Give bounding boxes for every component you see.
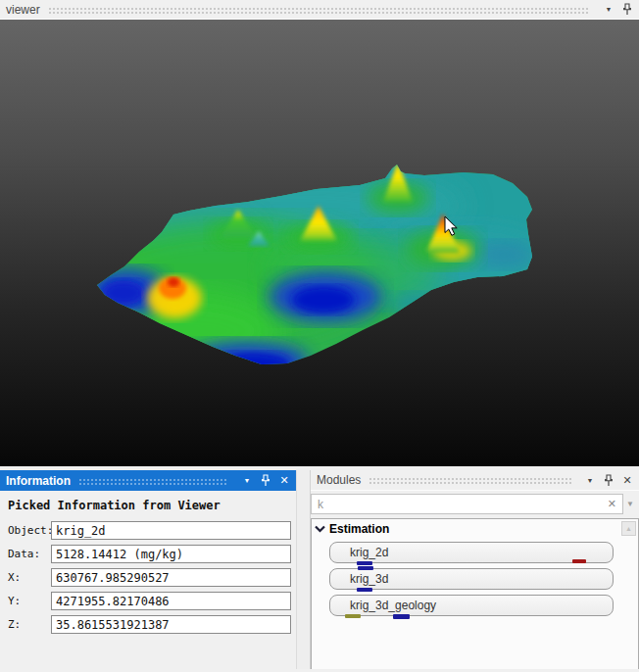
viewer-menu-dropdown-icon[interactable]: ▼	[601, 2, 616, 18]
z-row: Z:	[8, 615, 291, 634]
x-row: X:	[8, 568, 291, 587]
estimation-group-header[interactable]: Estimation	[312, 519, 638, 539]
kriging-surface-3d	[0, 20, 639, 466]
information-titlebar[interactable]: Information ▼ ✕	[0, 470, 296, 491]
x-label: X:	[8, 571, 51, 584]
modules-menu-dropdown-icon[interactable]: ▼	[582, 472, 598, 488]
status-mark-blue	[358, 566, 373, 570]
viewer-titlebar[interactable]: viewer ▼	[0, 0, 639, 20]
modules-search-row: ✕ ▼	[311, 491, 639, 518]
scroll-up-icon: ▲	[625, 525, 632, 532]
information-close-icon[interactable]: ✕	[276, 473, 292, 489]
chevron-down-icon	[315, 525, 325, 533]
viewer-3d-viewport[interactable]	[0, 20, 639, 466]
z-field[interactable]	[51, 615, 291, 634]
module-item-label: krig_2d	[350, 546, 388, 559]
pin-icon	[261, 474, 270, 487]
viewer-pin-icon[interactable]	[619, 2, 635, 18]
modules-search-box: ✕	[311, 494, 623, 514]
object-row: Object:	[8, 521, 291, 540]
status-mark-blue	[357, 588, 372, 592]
module-item-krig-3d[interactable]: krig_3d	[329, 568, 614, 590]
search-dropdown-icon[interactable]: ▼	[623, 500, 637, 508]
information-panel: Information ▼ ✕ Picked Information from …	[0, 470, 296, 669]
data-row: Data:	[8, 545, 291, 563]
status-mark-olive	[345, 614, 361, 618]
module-item-label: krig_3d	[350, 572, 388, 586]
viewer-title: viewer	[6, 3, 40, 17]
status-mark-blue	[393, 614, 410, 619]
bottom-dock-area: Information ▼ ✕ Picked Information from …	[0, 470, 639, 669]
titlebar-grip	[78, 478, 228, 487]
estimation-group-label: Estimation	[329, 522, 389, 536]
object-field[interactable]	[51, 521, 291, 540]
picked-info-heading: Picked Information from Viewer	[8, 499, 291, 512]
module-item-krig-3d-geology[interactable]: krig_3d_geology	[329, 595, 614, 616]
dock-gap	[0, 466, 639, 469]
y-row: Y:	[8, 592, 291, 610]
modules-title: Modules	[317, 473, 361, 487]
information-menu-dropdown-icon[interactable]: ▼	[239, 473, 255, 489]
titlebar-grip	[369, 477, 571, 486]
viewer-panel: viewer ▼	[0, 0, 639, 470]
z-label: Z:	[8, 618, 51, 631]
information-title: Information	[6, 474, 71, 488]
modules-pin-icon[interactable]	[601, 472, 616, 488]
modules-titlebar[interactable]: Modules ▼ ✕	[311, 470, 639, 491]
modules-list: Estimation krig_2d krig_3d krig_3d_geolo…	[311, 518, 639, 669]
status-mark-blue	[357, 561, 372, 565]
status-mark-red	[572, 559, 586, 563]
pin-icon	[604, 474, 614, 487]
pin-icon	[622, 3, 632, 16]
scroll-up-button[interactable]: ▲	[621, 521, 636, 536]
modules-panel: Modules ▼ ✕ ✕ ▼	[311, 470, 639, 669]
module-item-krig-2d[interactable]: krig_2d	[329, 542, 614, 563]
modules-search-input[interactable]	[316, 497, 606, 512]
x-field[interactable]	[51, 568, 291, 587]
information-pin-icon[interactable]	[258, 473, 273, 489]
modules-close-icon[interactable]: ✕	[619, 472, 635, 488]
y-label: Y:	[8, 595, 51, 607]
y-field[interactable]	[51, 592, 291, 610]
information-body: Picked Information from Viewer Object: D…	[0, 491, 296, 669]
titlebar-grip	[48, 7, 590, 16]
search-clear-icon[interactable]: ✕	[606, 498, 618, 510]
app-window: viewer ▼	[0, 0, 639, 672]
object-label: Object:	[8, 524, 51, 537]
panel-splitter[interactable]	[296, 470, 311, 669]
data-field[interactable]	[51, 545, 291, 563]
data-label: Data:	[8, 548, 51, 560]
module-item-label: krig_3d_geology	[350, 599, 436, 612]
